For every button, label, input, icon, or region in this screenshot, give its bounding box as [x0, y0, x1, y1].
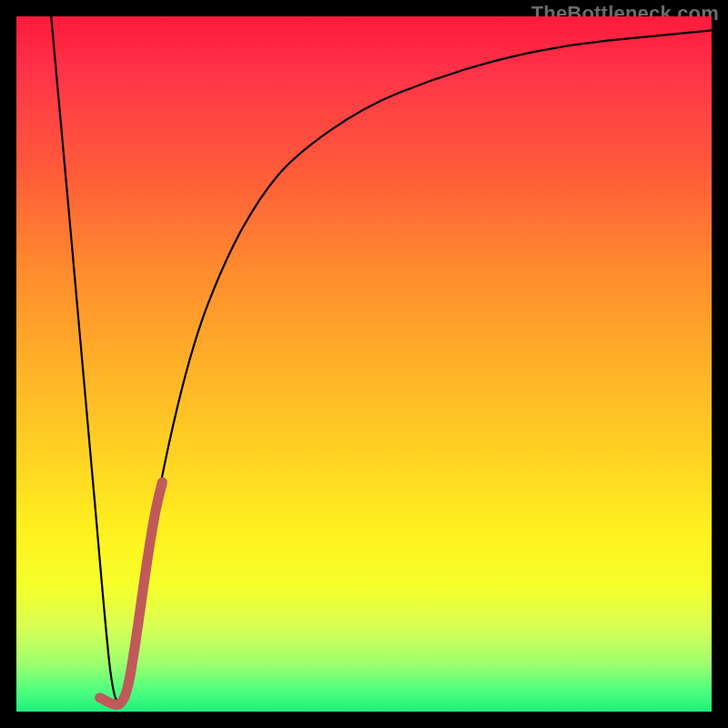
chart-frame: TheBottleneck.com [0, 0, 728, 728]
red-highlight [100, 482, 163, 705]
plot-area [16, 16, 712, 712]
black-curve [51, 16, 712, 702]
curve-layer [16, 16, 712, 712]
